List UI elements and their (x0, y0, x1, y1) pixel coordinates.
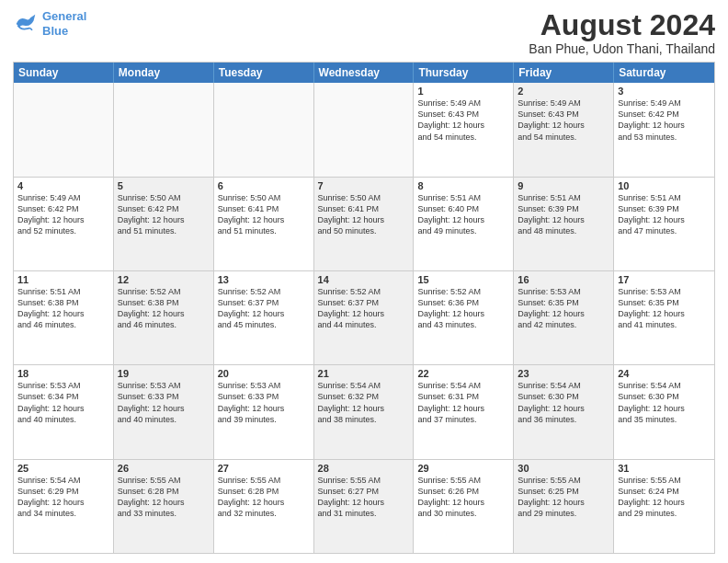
day-info: Sunrise: 5:54 AM Sunset: 6:30 PM Dayligh… (518, 380, 609, 425)
day-info: Sunrise: 5:55 AM Sunset: 6:28 PM Dayligh… (118, 475, 210, 520)
day-info: Sunrise: 5:54 AM Sunset: 6:32 PM Dayligh… (318, 380, 410, 425)
day-number: 5 (118, 180, 210, 191)
day-info: Sunrise: 5:52 AM Sunset: 6:37 PM Dayligh… (318, 286, 410, 331)
day-number: 27 (218, 463, 310, 474)
day-info: Sunrise: 5:55 AM Sunset: 6:28 PM Dayligh… (218, 475, 310, 520)
day-cell-27: 27Sunrise: 5:55 AM Sunset: 6:28 PM Dayli… (214, 460, 314, 553)
day-number: 6 (218, 180, 310, 191)
day-info: Sunrise: 5:55 AM Sunset: 6:24 PM Dayligh… (618, 475, 711, 520)
day-number: 23 (518, 368, 609, 379)
day-cell-2: 2Sunrise: 5:49 AM Sunset: 6:43 PM Daylig… (514, 83, 614, 176)
day-cell-3: 3Sunrise: 5:49 AM Sunset: 6:42 PM Daylig… (614, 83, 714, 176)
day-number: 9 (518, 180, 609, 191)
day-info: Sunrise: 5:52 AM Sunset: 6:38 PM Dayligh… (118, 286, 210, 331)
day-cell-7: 7Sunrise: 5:50 AM Sunset: 6:41 PM Daylig… (314, 178, 415, 270)
day-info: Sunrise: 5:53 AM Sunset: 6:34 PM Dayligh… (17, 380, 109, 425)
month-year: August 2024 (529, 9, 715, 41)
day-cell-15: 15Sunrise: 5:52 AM Sunset: 6:36 PM Dayli… (414, 271, 514, 364)
day-header-tuesday: Tuesday (214, 63, 314, 83)
day-number: 10 (618, 180, 711, 191)
day-info: Sunrise: 5:53 AM Sunset: 6:33 PM Dayligh… (118, 380, 210, 425)
page: General Blue August 2024 Ban Phue, Udon … (0, 0, 728, 563)
day-info: Sunrise: 5:49 AM Sunset: 6:43 PM Dayligh… (417, 98, 509, 143)
day-info: Sunrise: 5:54 AM Sunset: 6:29 PM Dayligh… (17, 475, 109, 520)
day-info: Sunrise: 5:52 AM Sunset: 6:37 PM Dayligh… (218, 286, 310, 331)
day-cell-30: 30Sunrise: 5:55 AM Sunset: 6:25 PM Dayli… (514, 460, 614, 553)
day-number: 2 (518, 86, 609, 97)
week-row-1: 1Sunrise: 5:49 AM Sunset: 6:43 PM Daylig… (14, 83, 714, 176)
day-cell-28: 28Sunrise: 5:55 AM Sunset: 6:27 PM Dayli… (314, 460, 415, 553)
day-info: Sunrise: 5:49 AM Sunset: 6:42 PM Dayligh… (618, 98, 711, 143)
day-cell-9: 9Sunrise: 5:51 AM Sunset: 6:39 PM Daylig… (514, 178, 614, 270)
day-cell-1: 1Sunrise: 5:49 AM Sunset: 6:43 PM Daylig… (414, 83, 514, 176)
day-info: Sunrise: 5:53 AM Sunset: 6:33 PM Dayligh… (218, 380, 310, 425)
logo: General Blue (13, 9, 86, 38)
day-info: Sunrise: 5:52 AM Sunset: 6:36 PM Dayligh… (417, 286, 509, 331)
day-cell-22: 22Sunrise: 5:54 AM Sunset: 6:31 PM Dayli… (414, 365, 514, 458)
day-cell-23: 23Sunrise: 5:54 AM Sunset: 6:30 PM Dayli… (514, 365, 614, 458)
day-number: 1 (417, 86, 509, 97)
day-number: 22 (417, 368, 509, 379)
day-cell-18: 18Sunrise: 5:53 AM Sunset: 6:34 PM Dayli… (14, 365, 114, 458)
day-cell-14: 14Sunrise: 5:52 AM Sunset: 6:37 PM Dayli… (314, 271, 415, 364)
empty-cell (214, 83, 314, 176)
day-cell-16: 16Sunrise: 5:53 AM Sunset: 6:35 PM Dayli… (514, 271, 614, 364)
day-cell-8: 8Sunrise: 5:51 AM Sunset: 6:40 PM Daylig… (414, 178, 514, 270)
day-number: 17 (618, 274, 711, 285)
day-number: 15 (417, 274, 509, 285)
day-info: Sunrise: 5:49 AM Sunset: 6:43 PM Dayligh… (518, 98, 609, 143)
header: General Blue August 2024 Ban Phue, Udon … (13, 9, 715, 56)
week-row-2: 4Sunrise: 5:49 AM Sunset: 6:42 PM Daylig… (14, 177, 714, 270)
day-number: 11 (17, 274, 109, 285)
day-header-saturday: Saturday (614, 63, 714, 83)
logo-icon (13, 13, 39, 35)
logo-line2: Blue (42, 24, 68, 38)
day-info: Sunrise: 5:51 AM Sunset: 6:40 PM Dayligh… (417, 192, 509, 237)
day-number: 18 (17, 368, 109, 379)
day-number: 12 (118, 274, 210, 285)
day-number: 25 (17, 463, 109, 474)
day-header-thursday: Thursday (414, 63, 514, 83)
day-cell-11: 11Sunrise: 5:51 AM Sunset: 6:38 PM Dayli… (14, 271, 114, 364)
day-cell-21: 21Sunrise: 5:54 AM Sunset: 6:32 PM Dayli… (314, 365, 415, 458)
day-cell-20: 20Sunrise: 5:53 AM Sunset: 6:33 PM Dayli… (214, 365, 314, 458)
day-cell-4: 4Sunrise: 5:49 AM Sunset: 6:42 PM Daylig… (14, 178, 114, 270)
day-info: Sunrise: 5:54 AM Sunset: 6:31 PM Dayligh… (417, 380, 509, 425)
day-info: Sunrise: 5:50 AM Sunset: 6:41 PM Dayligh… (218, 192, 310, 237)
day-info: Sunrise: 5:55 AM Sunset: 6:26 PM Dayligh… (417, 475, 509, 520)
day-number: 7 (318, 180, 410, 191)
day-info: Sunrise: 5:55 AM Sunset: 6:25 PM Dayligh… (518, 475, 609, 520)
day-info: Sunrise: 5:50 AM Sunset: 6:41 PM Dayligh… (318, 192, 410, 237)
day-cell-31: 31Sunrise: 5:55 AM Sunset: 6:24 PM Dayli… (614, 460, 714, 553)
day-info: Sunrise: 5:53 AM Sunset: 6:35 PM Dayligh… (518, 286, 609, 331)
day-header-friday: Friday (514, 63, 614, 83)
day-number: 8 (417, 180, 509, 191)
day-info: Sunrise: 5:51 AM Sunset: 6:39 PM Dayligh… (618, 192, 711, 237)
day-number: 20 (218, 368, 310, 379)
day-header-monday: Monday (114, 63, 214, 83)
day-number: 26 (118, 463, 210, 474)
day-number: 21 (318, 368, 410, 379)
day-cell-10: 10Sunrise: 5:51 AM Sunset: 6:39 PM Dayli… (614, 178, 714, 270)
day-header-sunday: Sunday (14, 63, 114, 83)
calendar-body: 1Sunrise: 5:49 AM Sunset: 6:43 PM Daylig… (14, 83, 714, 553)
calendar-header: SundayMondayTuesdayWednesdayThursdayFrid… (14, 63, 714, 83)
day-number: 31 (618, 463, 711, 474)
day-number: 13 (218, 274, 310, 285)
empty-cell (14, 83, 114, 176)
day-cell-29: 29Sunrise: 5:55 AM Sunset: 6:26 PM Dayli… (414, 460, 514, 553)
location: Ban Phue, Udon Thani, Thailand (529, 41, 715, 56)
day-number: 3 (618, 86, 711, 97)
day-number: 16 (518, 274, 609, 285)
day-info: Sunrise: 5:54 AM Sunset: 6:30 PM Dayligh… (618, 380, 711, 425)
day-cell-24: 24Sunrise: 5:54 AM Sunset: 6:30 PM Dayli… (614, 365, 714, 458)
day-cell-26: 26Sunrise: 5:55 AM Sunset: 6:28 PM Dayli… (114, 460, 214, 553)
week-row-3: 11Sunrise: 5:51 AM Sunset: 6:38 PM Dayli… (14, 270, 714, 364)
day-info: Sunrise: 5:50 AM Sunset: 6:42 PM Dayligh… (118, 192, 210, 237)
logo-text: General Blue (42, 9, 86, 38)
day-cell-19: 19Sunrise: 5:53 AM Sunset: 6:33 PM Dayli… (114, 365, 214, 458)
day-cell-13: 13Sunrise: 5:52 AM Sunset: 6:37 PM Dayli… (214, 271, 314, 364)
day-cell-6: 6Sunrise: 5:50 AM Sunset: 6:41 PM Daylig… (214, 178, 314, 270)
day-info: Sunrise: 5:53 AM Sunset: 6:35 PM Dayligh… (618, 286, 711, 331)
week-row-4: 18Sunrise: 5:53 AM Sunset: 6:34 PM Dayli… (14, 364, 714, 458)
